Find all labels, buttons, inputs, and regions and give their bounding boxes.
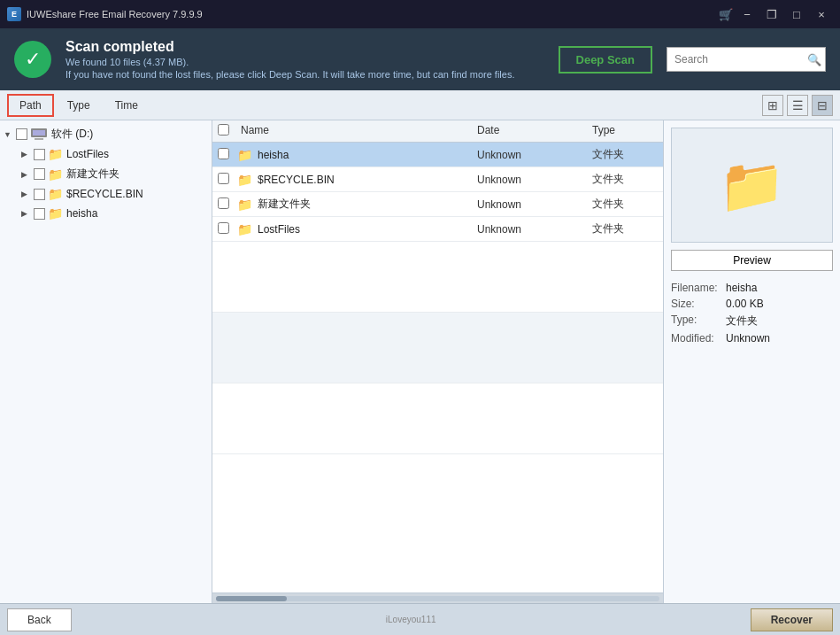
row-name-4: 📁 LostFiles	[237, 222, 477, 236]
row-checkbox-3[interactable]	[218, 197, 229, 209]
horizontal-scrollbar[interactable]	[212, 592, 663, 603]
toolbar: Path Type Time ⊞ ☰ ⊟	[0, 90, 840, 120]
expand-icon[interactable]: ▼	[4, 130, 16, 139]
expand-icon-recycle[interactable]: ▶	[21, 190, 34, 198]
filename-label: Filename:	[671, 282, 726, 294]
scrollbar-thumb[interactable]	[216, 596, 287, 601]
svg-rect-1	[33, 130, 45, 136]
preview-info: Filename: heisha Size: 0.00 KB Type: 文件夹…	[671, 282, 833, 348]
restore-button[interactable]: ❐	[760, 4, 783, 24]
folder-icon-row4: 📁	[237, 222, 252, 236]
preview-filename-row: Filename: heisha	[671, 282, 833, 294]
tree-checkbox-drive[interactable]	[16, 128, 27, 140]
table-row-empty	[212, 242, 663, 313]
tree-item-recycle[interactable]: ▶ 📁 $RECYCLE.BIN	[0, 184, 212, 204]
folder-icon-row1: 📁	[237, 148, 252, 162]
header-text: Scan completed We found 10 files (4.37 M…	[66, 39, 544, 80]
filename-value: heisha	[726, 282, 757, 294]
row-date-2: Unknown	[477, 174, 592, 186]
tab-time[interactable]: Time	[104, 95, 150, 116]
row-check-4[interactable]	[212, 222, 237, 236]
preview-size-row: Size: 0.00 KB	[671, 298, 833, 310]
row-checkbox-1[interactable]	[218, 148, 229, 159]
scan-subtitle: We found 10 files (4.37 MB).	[66, 57, 544, 67]
header: ✓ Scan completed We found 10 files (4.37…	[0, 28, 840, 90]
expand-icon-newdir[interactable]: ▶	[21, 170, 34, 179]
table-row[interactable]: 📁 heisha Unknown 文件夹	[212, 143, 663, 167]
table-row-empty2	[212, 313, 663, 383]
view-detail-button[interactable]: ⊟	[812, 95, 833, 116]
table-row[interactable]: 📁 $RECYCLE.BIN Unknown 文件夹	[212, 167, 663, 192]
row-type-2: 文件夹	[592, 172, 663, 187]
status-icon: ✓	[14, 41, 51, 78]
header-name: Name	[237, 124, 477, 138]
tree-checkbox-lostfiles[interactable]	[34, 149, 45, 160]
row-name-1: 📁 heisha	[237, 148, 477, 162]
minimize-button[interactable]: −	[736, 4, 759, 24]
tree-checkbox-recycle[interactable]	[34, 189, 45, 200]
expand-icon-heisha[interactable]: ▶	[21, 209, 34, 218]
back-button[interactable]: Back	[7, 608, 72, 631]
preview-image-area: 📁	[671, 128, 833, 243]
tree-item-lostfiles[interactable]: ▶ 📁 LostFiles	[0, 144, 212, 164]
type-value: 文件夹	[726, 314, 758, 329]
deep-scan-button[interactable]: Deep Scan	[559, 46, 652, 74]
folder-icon-row3: 📁	[237, 197, 252, 212]
table-row-empty3	[212, 383, 663, 454]
main-content: ▼ 软件 (D:) ▶ 📁 LostFiles ▶ 📁 新建文件夹 ▶ 📁	[0, 120, 840, 603]
view-grid-button[interactable]: ⊞	[762, 95, 783, 116]
table-row[interactable]: 📁 新建文件夹 Unknown 文件夹	[212, 192, 663, 217]
close-button[interactable]: ×	[810, 4, 833, 24]
tab-type[interactable]: Type	[56, 95, 102, 116]
folder-icon-newdir: 📁	[48, 167, 63, 182]
search-icon: 🔍	[807, 53, 821, 66]
view-list-button[interactable]: ☰	[787, 95, 808, 116]
tree-item-drive[interactable]: ▼ 软件 (D:)	[0, 124, 212, 144]
row-name-2: 📁 $RECYCLE.BIN	[237, 173, 477, 187]
tree-label-heisha: heisha	[66, 207, 97, 220]
recover-button[interactable]: Recover	[751, 608, 833, 631]
header-type: Type	[592, 124, 663, 138]
modified-label: Modified:	[671, 332, 726, 345]
header-check	[212, 124, 237, 138]
search-input[interactable]	[674, 53, 807, 66]
row-check-2[interactable]	[212, 173, 237, 187]
row-checkbox-2[interactable]	[218, 173, 229, 184]
preview-type-row: Type: 文件夹	[671, 314, 833, 329]
store-button[interactable]: 🛒	[716, 4, 736, 24]
row-type-3: 文件夹	[592, 197, 663, 212]
maximize-button[interactable]: □	[785, 4, 808, 24]
row-checkbox-4[interactable]	[218, 222, 229, 234]
folder-icon-heisha: 📁	[48, 206, 63, 221]
app-title: IUWEshare Free Email Recovery 7.9.9.9	[27, 9, 716, 19]
size-label: Size:	[671, 298, 726, 310]
scan-warning: If you have not found the lost files, pl…	[66, 69, 544, 80]
row-check-1[interactable]	[212, 148, 237, 162]
tree-panel: ▼ 软件 (D:) ▶ 📁 LostFiles ▶ 📁 新建文件夹 ▶ 📁	[0, 120, 212, 603]
watermark: iLoveyou111	[386, 615, 436, 624]
tab-path[interactable]: Path	[7, 94, 54, 117]
tree-item-heisha[interactable]: ▶ 📁 heisha	[0, 204, 212, 223]
footer: Back iLoveyou111 Recover	[0, 603, 840, 635]
preview-folder-icon: 📁	[719, 154, 785, 217]
preview-button[interactable]: Preview	[671, 250, 833, 271]
tree-checkbox-newdir[interactable]	[34, 168, 45, 180]
window-controls: − ❐ □ ×	[736, 4, 833, 24]
row-check-3[interactable]	[212, 197, 237, 212]
tree-checkbox-heisha[interactable]	[34, 208, 45, 220]
table-row[interactable]: 📁 LostFiles Unknown 文件夹	[212, 217, 663, 242]
select-all-checkbox[interactable]	[218, 124, 229, 136]
title-bar: E IUWEshare Free Email Recovery 7.9.9.9 …	[0, 0, 840, 28]
app-icon: E	[7, 7, 21, 21]
tree-label-newdir: 新建文件夹	[66, 166, 119, 182]
svg-rect-2	[35, 138, 43, 140]
row-name-3: 📁 新建文件夹	[237, 197, 477, 212]
row-type-4: 文件夹	[592, 221, 663, 236]
tree-label-lostfiles: LostFiles	[66, 148, 109, 160]
file-list-header: Name Date Type	[212, 120, 663, 143]
preview-panel: 📁 Preview Filename: heisha Size: 0.00 KB…	[663, 120, 840, 603]
folder-icon-row2: 📁	[237, 173, 252, 187]
modified-value: Unknown	[726, 332, 770, 345]
tree-item-newdir[interactable]: ▶ 📁 新建文件夹	[0, 164, 212, 184]
expand-icon-lostfiles[interactable]: ▶	[21, 150, 34, 159]
